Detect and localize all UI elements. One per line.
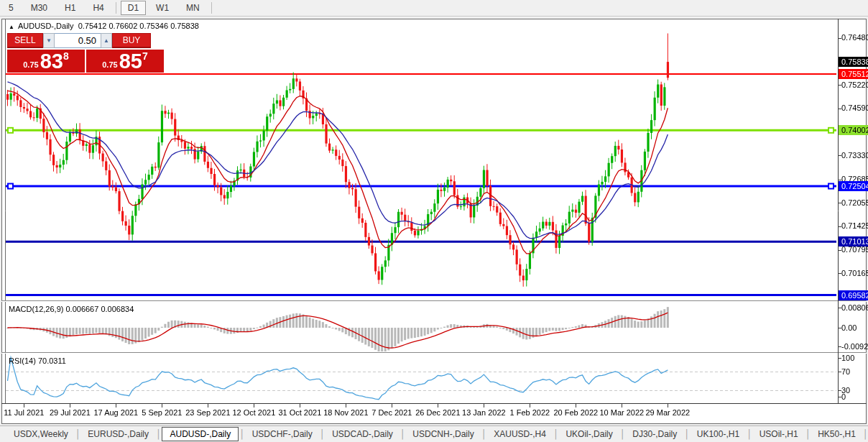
tab-divider: │ bbox=[684, 429, 690, 439]
price-axis-label-0.76480: 0.76480 bbox=[841, 33, 867, 42]
tab-divider: │ bbox=[481, 429, 487, 439]
chart-tab-hk50-h1[interactable]: HK50-,H1 bbox=[811, 428, 862, 441]
price-axis-label-0.71425: 0.71425 bbox=[841, 221, 867, 231]
chart-tabbar: USDX,Weekly│EURUSD-,Daily│AUDUSD-,Daily│… bbox=[0, 425, 868, 442]
date-axis-label: 1 Feb 2022 bbox=[510, 408, 550, 417]
date-axis-label: 17 Aug 2021 bbox=[93, 408, 138, 417]
volume-increase-button[interactable]: ▲ bbox=[101, 33, 112, 48]
toolbar-separator bbox=[211, 2, 212, 14]
date-axis-label: 11 Jul 2021 bbox=[4, 408, 44, 417]
chart-tab-xauusd-h4[interactable]: XAUUSD-,H4 bbox=[487, 428, 553, 441]
price-axis-label-0.74002: 0.74002 bbox=[839, 125, 868, 135]
price-axis-label-0.69582: 0.69582 bbox=[839, 290, 868, 300]
tab-divider: │ bbox=[863, 429, 868, 439]
price-axis-label-0.73330: 0.73330 bbox=[841, 151, 867, 160]
price-axis-label-0.72504: 0.72504 bbox=[839, 181, 868, 191]
date-axis-label: 29 Mar 2022 bbox=[645, 408, 690, 417]
price-axis-label-0.74590: 0.74590 bbox=[841, 103, 867, 113]
tab-divider: │ bbox=[400, 429, 406, 439]
sell-quote-prefix: 0.75 bbox=[23, 60, 38, 69]
price-axis-label-0.70795: 0.70795 bbox=[841, 245, 867, 254]
chart-tab-ukoil-daily[interactable]: UKOil-,Daily bbox=[559, 428, 619, 441]
chart-tab-usdx-weekly[interactable]: USDX,Weekly bbox=[7, 428, 75, 441]
tab-divider: │ bbox=[553, 429, 559, 439]
date-axis-label: 29 Jul 2021 bbox=[50, 408, 91, 417]
timeframe-button-d1[interactable]: D1 bbox=[121, 1, 146, 15]
date-axis-label: 10 Mar 2022 bbox=[599, 408, 644, 417]
volume-input[interactable] bbox=[55, 33, 101, 48]
buy-quote-pip-digit: 7 bbox=[142, 50, 148, 62]
chart-tab-usdchf-daily[interactable]: USDCHF-,Daily bbox=[246, 428, 319, 441]
sell-quote-big-digits: 83 bbox=[40, 51, 63, 72]
tab-divider: │ bbox=[747, 429, 752, 439]
tab-divider: │ bbox=[805, 429, 811, 439]
timeframe-button-h4[interactable]: H4 bbox=[86, 1, 111, 15]
date-axis-label: 20 Feb 2022 bbox=[553, 408, 598, 417]
date-axis-label: 26 Dec 2021 bbox=[415, 408, 460, 417]
buy-button[interactable]: BUY bbox=[112, 33, 151, 48]
timeframe-button-mn[interactable]: MN bbox=[179, 1, 207, 15]
sell-quote-pip-digit: 8 bbox=[63, 50, 69, 62]
date-axis-label: 23 Sep 2021 bbox=[185, 408, 230, 417]
buy-quote-big-digits: 85 bbox=[119, 51, 142, 72]
timeframe-button-m30[interactable]: M30 bbox=[24, 1, 55, 15]
date-axis-label: 31 Oct 2021 bbox=[278, 408, 321, 417]
macd-panel-title: MACD(12,26,9) 0.006667 0.006834 bbox=[9, 305, 134, 313]
chart-ohlc-header: ▲AUDUSD-,Daily 0.75412 0.76602 0.75346 0… bbox=[9, 22, 199, 30]
timeframe-button-w1[interactable]: W1 bbox=[149, 1, 176, 15]
volume-decrease-button[interactable]: ▼ bbox=[43, 33, 55, 48]
rsi-axis-label-0: 0 bbox=[841, 392, 846, 401]
chart-tab-usdcad-daily[interactable]: USDCAD-,Daily bbox=[326, 428, 400, 441]
price-axis-label-0.70165: 0.70165 bbox=[841, 269, 867, 278]
tab-divider: │ bbox=[239, 429, 245, 439]
collapse-triangle-icon[interactable]: ▲ bbox=[9, 24, 14, 30]
sell-button[interactable]: SELL bbox=[7, 33, 43, 48]
macd-axis-label--0.00928: -0.00928 bbox=[841, 342, 868, 351]
timeframe-toolbar: 5M30H1H4D1W1MN bbox=[0, 0, 868, 17]
date-axis-label: 13 Jan 2022 bbox=[462, 408, 506, 417]
timeframe-button-5[interactable]: 5 bbox=[1, 1, 21, 15]
chart-tab-usdcnh-daily[interactable]: USDCNH-,Daily bbox=[406, 428, 480, 441]
one-click-trading-panel: SELL ▼ ▲ BUY 0.75 83 8 0.75 85 7 bbox=[7, 33, 164, 73]
date-axis-label: 18 Nov 2021 bbox=[323, 408, 368, 417]
rsi-axis-label-70: 70 bbox=[841, 367, 850, 376]
price-axis-label-0.75512: 0.75512 bbox=[839, 69, 868, 79]
sell-quote[interactable]: 0.75 83 8 bbox=[7, 50, 85, 73]
buy-quote-prefix: 0.75 bbox=[102, 60, 117, 69]
tab-divider: │ bbox=[75, 429, 81, 439]
price-axis-label-0.72055: 0.72055 bbox=[841, 198, 867, 208]
chart-tab-audusd-daily[interactable]: AUDUSD-,Daily bbox=[162, 427, 239, 441]
macd-axis-label-0.00: 0.00 bbox=[841, 323, 857, 332]
rsi-panel-title: RSI(14) 70.0311 bbox=[9, 356, 66, 365]
toolbar-separator bbox=[116, 2, 116, 14]
price-axis-label-0.75838: 0.75838 bbox=[839, 57, 868, 67]
date-axis-label: 5 Sep 2021 bbox=[142, 408, 182, 417]
rsi-axis-label-100: 100 bbox=[841, 354, 854, 362]
chart-tab-eurusd-daily[interactable]: EURUSD-,Daily bbox=[81, 428, 155, 441]
tab-divider: │ bbox=[620, 429, 626, 439]
macd-axis-label-0.008061: 0.008061 bbox=[841, 303, 868, 312]
chart-symbol-label: AUDUSD-,Daily bbox=[18, 22, 74, 30]
tab-divider: │ bbox=[320, 429, 326, 439]
chart-tab-usoil-h1[interactable]: USOil-,H1 bbox=[753, 428, 805, 441]
chart-tab-uk100-h1[interactable]: UK100-,H1 bbox=[691, 428, 746, 441]
trading-terminal: 5M30H1H4D1W1MN ▲AUDUSD-,Daily 0.75412 0.… bbox=[0, 0, 868, 442]
date-axis-label: 7 Dec 2021 bbox=[371, 408, 412, 417]
chart-tab-dj30-daily[interactable]: DJ30-,Daily bbox=[626, 428, 683, 441]
timeframe-button-h1[interactable]: H1 bbox=[57, 1, 83, 15]
date-axis-label: 12 Oct 2021 bbox=[232, 408, 275, 417]
buy-quote[interactable]: 0.75 85 7 bbox=[86, 50, 164, 73]
chart-ohlc-values: 0.75412 0.76602 0.75346 0.75838 bbox=[78, 22, 199, 30]
price-axis-label-0.75220: 0.75220 bbox=[841, 80, 867, 90]
tab-divider: │ bbox=[156, 429, 162, 439]
